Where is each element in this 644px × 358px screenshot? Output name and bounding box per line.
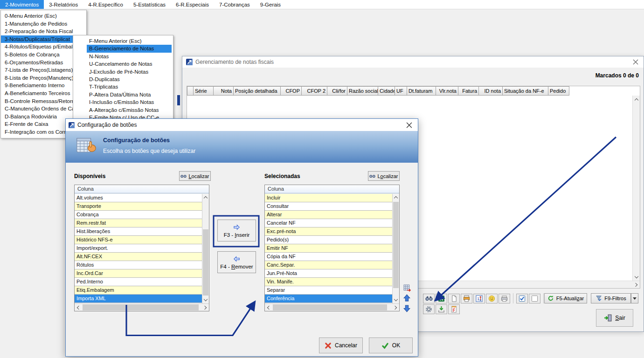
dialog-close-icon[interactable] — [406, 122, 412, 128]
print-gray-button[interactable] — [499, 294, 510, 303]
column-header[interactable]: Pedido — [548, 86, 569, 96]
column-header[interactable] — [187, 86, 194, 96]
scroll-down-icon[interactable] — [202, 296, 209, 303]
column-header[interactable]: Série — [193, 86, 214, 96]
scroll-left-icon[interactable] — [75, 304, 82, 311]
grid-vscrollbar[interactable] — [632, 96, 640, 281]
scroll-right-icon[interactable] — [202, 304, 209, 311]
column-header[interactable]: Vlr.nota — [436, 86, 458, 96]
filters-dropdown-button[interactable] — [631, 293, 638, 303]
menu-item[interactable]: F-Menu Anterior (Esc) — [87, 37, 172, 45]
menu-item[interactable]: P-Altera Data/Última Nota — [87, 91, 172, 98]
list-item[interactable]: Incluir — [265, 194, 392, 202]
menubar-item[interactable]: 3-Relatórios — [44, 0, 83, 9]
notas-close-icon[interactable] — [632, 59, 639, 65]
print-color-button[interactable] — [461, 294, 472, 303]
menu-item[interactable]: B-Gerenciamento de Notas — [87, 45, 172, 52]
list-item[interactable]: Ped.Interno — [75, 278, 202, 286]
list-item[interactable]: Alt.NF.CEX — [75, 253, 202, 261]
column-header[interactable]: Razão social — [347, 86, 378, 96]
list-item[interactable]: Canc.Separ. — [265, 261, 392, 269]
list-item[interactable]: Cobrança — [75, 211, 202, 219]
scroll-thumb[interactable] — [203, 229, 208, 296]
list-item[interactable]: Rótulos — [75, 261, 202, 269]
cancel-button[interactable]: Cancelar — [319, 337, 363, 353]
menubar-item[interactable]: 9-Gerais — [255, 0, 286, 9]
column-header[interactable]: Cidade — [378, 86, 395, 96]
list-item[interactable]: Histórico NFS-e — [75, 236, 202, 244]
scroll-up-icon[interactable] — [633, 96, 640, 103]
ok-button[interactable]: OK — [369, 337, 413, 353]
list-item[interactable]: Pedido(s) — [265, 236, 392, 244]
list-item[interactable]: Import/export. — [75, 244, 202, 253]
list-item[interactable]: Etiq.Embalagem — [75, 286, 202, 295]
scroll-thumb[interactable] — [273, 304, 387, 310]
insert-button[interactable]: F3 - Inserir — [217, 220, 256, 241]
checklist-button[interactable] — [448, 304, 460, 314]
scroll-thumb[interactable] — [83, 304, 199, 310]
scroll-right-icon[interactable] — [392, 304, 399, 311]
selected-vscrollbar[interactable] — [392, 194, 399, 303]
available-column-header[interactable]: Coluna — [75, 185, 209, 193]
menu-item[interactable]: J-Exclusão de Pré-Notas — [87, 68, 172, 76]
column-header[interactable]: Fatura — [458, 86, 479, 96]
menubar-item[interactable]: 6-R.Especiais — [171, 0, 214, 9]
menu-item[interactable]: T-Triplicatas — [87, 83, 172, 90]
scroll-down-icon[interactable] — [633, 273, 640, 281]
list-item[interactable]: Cancelar NF — [265, 219, 392, 227]
list-item[interactable]: Separar — [265, 286, 392, 295]
column-header[interactable]: Dt.faturam — [407, 86, 436, 96]
list-item[interactable]: Hist.liberações — [75, 227, 202, 236]
exit-button[interactable]: Sair — [596, 309, 633, 327]
list-item[interactable]: Alterar — [265, 211, 392, 219]
menu-item[interactable]: U-Cancelamento de Notas — [87, 60, 172, 68]
menubar-item[interactable]: 2-Movimentos — [0, 0, 44, 9]
list-item[interactable]: Alt.volumes — [75, 194, 202, 202]
check-all-button[interactable] — [516, 294, 528, 303]
move-up-button[interactable] — [402, 294, 411, 303]
menubar-item[interactable]: 7-Cobranças — [214, 0, 255, 9]
available-vscrollbar[interactable] — [202, 194, 209, 303]
colors-button[interactable] — [486, 294, 498, 303]
scroll-up-icon[interactable] — [202, 194, 209, 201]
list-item[interactable]: Consultar — [265, 202, 392, 211]
list-item[interactable]: Cópia da NF — [265, 253, 392, 261]
scroll-down-icon[interactable] — [392, 296, 399, 303]
selected-column-header[interactable]: Coluna — [265, 185, 399, 193]
grid-config-button[interactable] — [402, 283, 411, 292]
menu-item[interactable]: D-Duplicatas — [87, 76, 172, 83]
available-find-button[interactable]: Localizar — [179, 171, 211, 181]
available-hscrollbar[interactable] — [75, 303, 209, 311]
refresh-button[interactable]: F5-Atualizar — [544, 293, 587, 303]
selected-hscrollbar[interactable] — [265, 303, 399, 311]
list-item[interactable]: Inc.Ord.Car — [75, 269, 202, 278]
list-item[interactable]: Importa XML — [75, 295, 202, 303]
menubar-item[interactable]: 4-R.Específico — [83, 0, 128, 9]
menu-item[interactable]: A-Alteração c/Emissão Notas — [87, 106, 172, 114]
find-button[interactable] — [423, 294, 435, 303]
selected-find-button[interactable]: Localizar — [368, 171, 400, 181]
column-header[interactable]: UF — [395, 86, 407, 96]
list-item[interactable]: Rem.restr.fat — [75, 219, 202, 227]
column-header[interactable]: CFOP — [280, 86, 302, 96]
column-header[interactable]: ID nota — [478, 86, 503, 96]
uncheck-all-button[interactable] — [529, 294, 540, 303]
download-xml-button[interactable] — [436, 304, 447, 314]
menu-item[interactable]: 0-Menu Anterior (Esc) — [1, 12, 86, 20]
scroll-thumb[interactable] — [393, 202, 399, 288]
column-header[interactable]: Nota — [213, 86, 234, 96]
column-header[interactable]: Situação da NF-e — [502, 86, 548, 96]
report-button[interactable] — [448, 294, 460, 303]
menu-item[interactable]: N-Notas — [87, 53, 172, 60]
scroll-up-icon[interactable] — [392, 194, 399, 201]
list-item[interactable]: Exc.pré-nota — [265, 227, 392, 236]
move-down-button[interactable] — [402, 304, 411, 313]
sort-order-button[interactable]: 1 — [473, 294, 485, 303]
column-header[interactable]: Cli/for — [327, 86, 347, 96]
menu-item[interactable]: 1-Manutenção de Pedidos — [1, 20, 86, 28]
list-item[interactable]: Jun.Pré-Nota — [265, 269, 392, 278]
remove-button[interactable]: F4 - Remover — [217, 251, 256, 273]
scroll-right-icon[interactable] — [632, 281, 640, 289]
list-item[interactable]: Conferência — [265, 295, 392, 303]
list-item[interactable]: Emitir NF — [265, 244, 392, 253]
